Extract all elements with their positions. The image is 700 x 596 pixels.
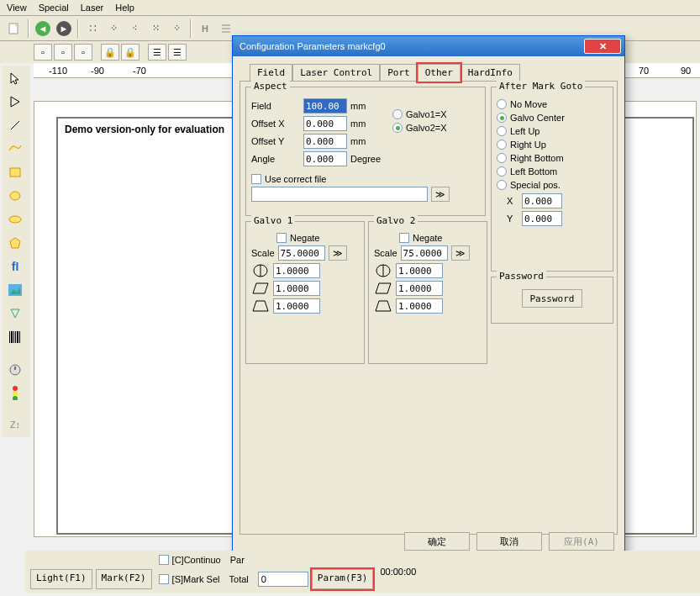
- password-group: Password Password: [491, 277, 613, 324]
- menu-special[interactable]: Special: [39, 3, 69, 13]
- apply-button[interactable]: 应用(A): [549, 532, 614, 551]
- align-btn-1[interactable]: ▫: [34, 44, 52, 61]
- svg-point-7: [9, 216, 21, 223]
- curve-tool-icon[interactable]: [3, 138, 27, 160]
- nav-back-icon[interactable]: ◄: [34, 19, 52, 38]
- aspect-legend: Aspect: [251, 81, 290, 92]
- galvo1-legend: Galvo 1: [251, 215, 295, 226]
- lock-btn-1[interactable]: 🔒: [101, 44, 119, 61]
- menu-view[interactable]: View: [7, 3, 27, 13]
- galvo-parallelogram-icon: [374, 281, 392, 296]
- tab-laser-control[interactable]: Laser Control: [292, 64, 380, 82]
- tool-dots4-icon[interactable]: ⁙: [146, 19, 165, 38]
- ellipse-tool-icon[interactable]: [3, 208, 27, 230]
- special-pos-radio[interactable]: Special pos.: [497, 180, 608, 190]
- special-x-input[interactable]: [522, 193, 562, 208]
- tab-hardinfo[interactable]: HardInfo: [461, 64, 520, 82]
- galvo1-radio[interactable]: Galvo1=X: [392, 109, 447, 119]
- svg-marker-25: [253, 301, 268, 311]
- galvo2-scale-more[interactable]: ≫: [451, 245, 470, 261]
- barcode-tool-icon[interactable]: [3, 326, 27, 348]
- svg-marker-28: [376, 283, 391, 293]
- tab-port[interactable]: Port: [380, 64, 418, 82]
- svg-rect-15: [17, 331, 18, 343]
- svg-rect-5: [10, 168, 20, 177]
- bottom-bar: Light(F1) Mark(F2) [C]Continuo Par [S]Ma…: [25, 551, 700, 593]
- galvo-center-radio[interactable]: Galvo Center: [497, 113, 608, 123]
- correct-file-input[interactable]: [251, 187, 428, 202]
- polygon-tool-icon[interactable]: [3, 232, 27, 254]
- after-mark-group: After Mark Goto No Move Galvo Center Lef…: [491, 87, 613, 272]
- file-icon[interactable]: [5, 19, 24, 38]
- no-move-radio[interactable]: No Move: [497, 99, 608, 109]
- angle-unit: Degree: [350, 154, 384, 164]
- tool-dots3-icon[interactable]: ⁖: [125, 19, 144, 38]
- image-tool-icon[interactable]: [3, 279, 27, 301]
- timer-tool-icon[interactable]: [3, 358, 27, 380]
- galvo2-group: Galvo 2 Negate Scale≫: [368, 221, 487, 364]
- correct-file-browse[interactable]: ≫: [431, 187, 450, 202]
- marksel-check[interactable]: [S]Mark Sel Total: [159, 572, 308, 587]
- menu-help[interactable]: Help: [115, 3, 134, 13]
- offsety-unit: mm: [350, 136, 384, 146]
- light-button[interactable]: Light(F1): [30, 569, 92, 589]
- galvo2-radio[interactable]: Galvo2=X: [392, 123, 447, 133]
- galvo2-v3-input[interactable]: [396, 298, 443, 314]
- offsety-input[interactable]: [303, 134, 347, 149]
- menu-laser[interactable]: Laser: [81, 3, 104, 13]
- line-tool-icon[interactable]: [3, 114, 27, 136]
- left-up-radio[interactable]: Left Up: [497, 126, 608, 136]
- right-up-radio[interactable]: Right Up: [497, 140, 608, 150]
- offsetx-input[interactable]: [303, 116, 347, 131]
- io-tool-icon[interactable]: [3, 382, 27, 403]
- dialog-tabs: Field Laser Control Port Other HardInfo: [233, 56, 624, 81]
- ok-button[interactable]: 确定: [404, 532, 470, 551]
- lock-btn-2[interactable]: 🔒: [121, 44, 139, 61]
- tab-field[interactable]: Field: [250, 64, 292, 82]
- tab-other[interactable]: Other: [418, 64, 461, 82]
- galvo1-scale-more[interactable]: ≫: [329, 245, 347, 261]
- total-input[interactable]: [258, 572, 308, 587]
- tool-dots5-icon[interactable]: ⁘: [167, 19, 186, 38]
- field-input[interactable]: [303, 98, 347, 113]
- layer-btn-2[interactable]: ☰: [168, 44, 187, 61]
- tool-dots1-icon[interactable]: ⸬: [83, 19, 102, 38]
- svg-marker-24: [253, 283, 268, 293]
- galvo1-scale-input[interactable]: [278, 245, 325, 261]
- galvo1-v2-input[interactable]: [273, 281, 320, 296]
- layer-btn-1[interactable]: ☰: [148, 44, 166, 61]
- circle-tool-icon[interactable]: [3, 185, 27, 207]
- nav-forward-icon[interactable]: ►: [55, 19, 73, 38]
- close-icon[interactable]: ✕: [584, 39, 621, 54]
- use-correct-file-check[interactable]: Use correct file: [251, 174, 480, 184]
- edit-tool-icon[interactable]: [3, 91, 27, 113]
- password-button[interactable]: Password: [522, 289, 582, 308]
- align-btn-3[interactable]: ▫: [74, 44, 92, 61]
- z-tool-icon[interactable]: Z↕: [3, 414, 27, 435]
- tool-h-icon[interactable]: H: [196, 19, 214, 38]
- continuo-check[interactable]: [C]Continuo Par: [159, 555, 308, 565]
- galvo1-v1-input[interactable]: [273, 263, 320, 278]
- galvo1-negate-check[interactable]: Negate: [276, 233, 359, 243]
- cancel-button[interactable]: 取消: [476, 532, 542, 551]
- vector-tool-icon[interactable]: [3, 303, 27, 324]
- angle-input[interactable]: [303, 151, 347, 166]
- param-button[interactable]: Param(F3): [312, 569, 374, 589]
- dialog-titlebar[interactable]: Configuration Parameters markcfg0 ✕: [233, 36, 624, 56]
- left-bottom-radio[interactable]: Left Bottom: [497, 166, 608, 177]
- text-tool-icon[interactable]: fI: [3, 256, 27, 277]
- galvo2-legend: Galvo 2: [374, 215, 418, 226]
- align-btn-2[interactable]: ▫: [54, 44, 72, 61]
- offsetx-unit: mm: [350, 119, 384, 129]
- right-bottom-radio[interactable]: Right Bottom: [497, 153, 608, 163]
- mark-button[interactable]: Mark(F2): [96, 569, 152, 589]
- tool-dots2-icon[interactable]: ⁘: [104, 19, 123, 38]
- galvo2-v2-input[interactable]: [396, 281, 443, 296]
- galvo2-v1-input[interactable]: [396, 263, 443, 278]
- rect-tool-icon[interactable]: [3, 161, 27, 183]
- select-tool-icon[interactable]: [3, 67, 27, 89]
- galvo2-scale-input[interactable]: [401, 245, 448, 261]
- special-y-input[interactable]: [522, 211, 562, 226]
- galvo1-v3-input[interactable]: [273, 298, 320, 314]
- galvo2-negate-check[interactable]: Negate: [399, 233, 482, 243]
